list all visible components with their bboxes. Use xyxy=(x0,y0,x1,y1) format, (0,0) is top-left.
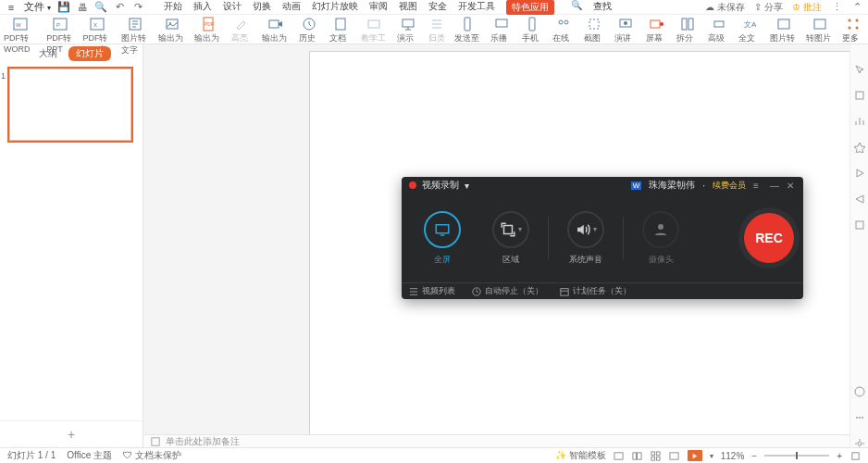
svg-rect-40 xyxy=(561,288,568,295)
recorder-vip[interactable]: 续费会员 xyxy=(713,180,746,192)
svg-text:PDF: PDF xyxy=(205,21,214,27)
wps-badge: W xyxy=(631,181,642,190)
rs-props-icon[interactable] xyxy=(853,219,866,232)
tab-view[interactable]: 视图 xyxy=(399,0,417,15)
rs-select-icon[interactable] xyxy=(853,63,866,76)
rec-opt-sysaudio[interactable]: ▾ 系统声音 xyxy=(554,211,617,266)
rec-opt-fullscreen[interactable]: 全屏 xyxy=(411,211,474,266)
redo-icon[interactable]: ↷ xyxy=(132,2,143,13)
search-label[interactable]: 查找 xyxy=(593,0,612,15)
add-slide-button[interactable]: + xyxy=(0,420,143,447)
rec-opt-region[interactable]: ▾ 区域 xyxy=(479,211,542,266)
fit-icon[interactable] xyxy=(849,450,861,461)
view-slideshow-icon[interactable] xyxy=(688,450,702,461)
recorder-titlebar[interactable]: 视频录制 ▾ W 珠海梁朝伟 · 续费会员 ≡ — ✕ xyxy=(402,177,803,194)
record-dot-icon xyxy=(409,181,416,189)
rs-anim-icon[interactable] xyxy=(853,141,866,154)
collapse-ribbon-icon[interactable]: ⌃ xyxy=(851,2,862,13)
recorder-user: 珠海梁朝伟 xyxy=(649,179,695,192)
tab-start[interactable]: 开始 xyxy=(164,0,182,15)
tab-special[interactable]: 特色应用 xyxy=(506,0,554,15)
slideshow-dropdown[interactable]: ▾ xyxy=(710,452,713,460)
svg-point-47 xyxy=(862,417,863,419)
zoom-in[interactable]: + xyxy=(837,451,842,461)
ribbon-classify[interactable]: 归类 xyxy=(428,17,445,44)
svg-rect-24 xyxy=(651,20,660,28)
svg-rect-27 xyxy=(688,19,693,30)
tab-transition[interactable]: 切换 xyxy=(253,0,271,15)
rs-format-icon[interactable] xyxy=(853,89,866,102)
tab-review[interactable]: 审阅 xyxy=(369,0,388,15)
slide-thumbnail[interactable]: 1 xyxy=(9,69,131,141)
svg-rect-54 xyxy=(651,457,655,460)
rec-opt-camera[interactable]: 摄像头 xyxy=(629,211,692,266)
record-button[interactable]: REC xyxy=(744,213,794,263)
svg-rect-16 xyxy=(465,18,470,31)
svg-rect-53 xyxy=(657,451,661,455)
rec-footer-plan[interactable]: 计划任务（关） xyxy=(560,285,631,297)
svg-rect-17 xyxy=(496,19,507,27)
search-icon[interactable]: 🔍 xyxy=(571,0,582,11)
view-reading-icon[interactable] xyxy=(669,450,680,461)
statusbar: 幻灯片 1 / 1 Office 主题 🛡 文档未保护 ✨ 智能模板 ▾ 112… xyxy=(0,447,868,463)
svg-point-23 xyxy=(624,21,627,25)
zoom-out[interactable]: − xyxy=(751,451,757,461)
recorder-title-dropdown[interactable]: ▾ xyxy=(465,181,469,191)
tab-security[interactable]: 安全 xyxy=(428,0,447,15)
svg-text:P: P xyxy=(56,22,60,28)
svg-rect-15 xyxy=(403,19,414,27)
more-icon[interactable]: ⋮ xyxy=(831,2,842,13)
recorder-footer: 视频列表 自动停止（关） 计划任务（关） xyxy=(402,282,803,299)
undo-icon[interactable]: ↶ xyxy=(114,2,125,13)
outline-tab[interactable]: 大纲 xyxy=(31,46,65,61)
slides-tab[interactable]: 幻灯片 xyxy=(68,46,111,61)
svg-rect-14 xyxy=(368,20,379,28)
zoom-slider[interactable] xyxy=(764,455,829,457)
svg-rect-42 xyxy=(856,92,863,99)
preview-icon[interactable]: 🔍 xyxy=(95,2,106,13)
svg-rect-28 xyxy=(714,21,724,27)
hamburger-icon[interactable]: ≡ xyxy=(6,2,17,13)
svg-point-32 xyxy=(849,19,851,22)
recorder-dialog: 视频录制 ▾ W 珠海梁朝伟 · 续费会员 ≡ — ✕ 全屏 xyxy=(402,177,803,299)
rec-footer-list[interactable]: 视频列表 xyxy=(409,285,455,297)
svg-rect-30 xyxy=(778,19,789,29)
rs-chart-icon[interactable] xyxy=(853,115,866,128)
tab-insert[interactable]: 插入 xyxy=(193,0,212,15)
svg-rect-49 xyxy=(614,452,623,458)
svg-rect-37 xyxy=(504,225,513,233)
view-notes-icon[interactable] xyxy=(614,450,625,461)
rs-share-icon[interactable] xyxy=(853,193,866,206)
svg-rect-56 xyxy=(670,452,678,458)
recorder-close-icon[interactable]: ✕ xyxy=(787,181,796,191)
canvas-area: ⌕ ✎ ⤢ ↖ 视频录制 ▾ W 珠海梁朝伟 · 续费会员 ≡ xyxy=(143,44,868,447)
view-sorter-icon[interactable] xyxy=(651,450,662,461)
print-icon[interactable]: 🖶 xyxy=(77,2,88,13)
svg-text:X: X xyxy=(93,22,97,28)
rs-play-icon[interactable] xyxy=(853,167,866,180)
svg-rect-55 xyxy=(657,457,661,460)
recorder-menu-icon[interactable]: ≡ xyxy=(753,181,763,191)
zoom-value[interactable]: 112% xyxy=(721,451,745,461)
rec-footer-autostop[interactable]: 自动停止（关） xyxy=(472,285,543,297)
ribbon: WPDF转WORD PPDF转PPT XPDF转Excel 图片转文字 输出为图… xyxy=(0,15,868,44)
rs-more-icon[interactable] xyxy=(853,411,866,424)
protect-info[interactable]: 🛡 文档未保护 xyxy=(123,449,181,462)
smart-template[interactable]: ✨ 智能模板 xyxy=(555,449,606,462)
svg-point-19 xyxy=(559,20,563,24)
tab-slideshow[interactable]: 幻灯片放映 xyxy=(312,0,358,15)
tab-devtools[interactable]: 开发工具 xyxy=(458,0,495,15)
share-button[interactable]: ⇪ 分享 xyxy=(754,1,783,14)
tab-design[interactable]: 设计 xyxy=(223,0,242,15)
svg-rect-21 xyxy=(589,19,599,29)
file-menu[interactable]: 文件 ▾ xyxy=(24,0,51,14)
tab-animation[interactable]: 动画 xyxy=(282,0,301,15)
annotate-button[interactable]: ♔ 批注 xyxy=(792,1,822,14)
view-normal-icon[interactable] xyxy=(632,450,643,461)
save-status[interactable]: ☁ 未保存 xyxy=(705,1,745,14)
rs-clock-icon[interactable] xyxy=(853,385,866,398)
notes-bar[interactable]: 单击此处添加备注 xyxy=(143,434,868,447)
save-icon[interactable]: 💾 xyxy=(58,2,69,13)
svg-rect-52 xyxy=(651,451,655,455)
recorder-minimize-icon[interactable]: — xyxy=(770,181,779,191)
